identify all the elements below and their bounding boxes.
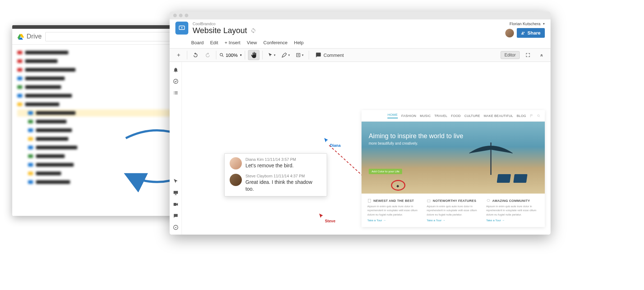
annotation-circle [391,180,405,191]
draw-tool-button[interactable]: ▾ [279,50,292,60]
user-avatar[interactable] [505,29,514,37]
chevrons-icon [539,53,544,58]
app-header: CoolBrandco Website Layout Florian Kutsc… [170,19,551,38]
app-window: CoolBrandco Website Layout Florian Kutsc… [170,12,551,235]
bubble-icon [486,199,491,203]
svg-point-17 [487,199,490,201]
mock-features: NEWEST AND THE BEST Aipsum in enim quis … [362,194,545,227]
umbrella-graphic [462,139,520,178]
canvas[interactable]: Diana Diana Kim 11/11/14 3:57 PM Let's r… [182,62,551,235]
feature-link[interactable]: Take a Tour → [427,219,445,222]
toolbar: 100%▾ ▾ ▾ ▾ Comment Editor [170,48,551,62]
mock-nav: HOME FASHION MUSIC TRAVEL FOOD CULTURE M… [362,110,545,122]
fullscreen-icon [525,53,530,58]
comment-item: Diana Kim 11/11/14 3:57 PM Let's remove … [230,157,322,169]
menu-view[interactable]: View [247,40,257,45]
menu-conference[interactable]: Conference [263,40,288,45]
feature-col: NOTEWORTHY FEATURES Aipsum in enim quis … [427,199,479,222]
video-icon[interactable] [173,201,179,207]
svg-rect-15 [368,199,371,203]
bell-icon[interactable] [173,67,179,73]
mac-titlebar [170,12,551,19]
svg-point-7 [174,79,178,83]
chat-icon[interactable] [173,213,179,219]
minimize-dot[interactable] [179,14,183,17]
redo-button[interactable] [202,50,213,60]
sync-status-icon [250,28,256,33]
undo-button[interactable] [190,50,201,60]
feature-col: NEWEST AND THE BEST Aipsum in enim quis … [367,199,420,222]
comment-button[interactable]: Comment [312,50,347,60]
close-dot[interactable] [173,14,177,17]
undo-icon [193,52,198,58]
menubar: Board Edit + Insert View Conference Help [170,38,551,48]
search-icon [537,114,540,118]
drive-title: Drive [27,33,42,40]
mock-website-artboard[interactable]: HOME FASHION MUSIC TRAVEL FOOD CULTURE M… [362,110,545,227]
drive-icon [17,33,24,40]
present-icon[interactable] [173,190,179,196]
mock-nav-item[interactable]: BLOG [517,114,526,118]
redo-icon [205,52,211,58]
menu-help[interactable]: Help [294,40,304,45]
flag-icon [530,114,533,118]
pan-tool-button[interactable] [248,50,259,60]
app-titles: CoolBrandco Website Layout [193,22,505,35]
add-button[interactable] [173,50,184,60]
mock-nav-item[interactable]: CULTURE [464,114,480,118]
check-circle-icon[interactable] [173,78,179,84]
mock-nav-item[interactable]: FOOD [451,114,461,118]
share-button[interactable]: Share [517,28,545,38]
hero-cta[interactable]: Add Color to your Life [369,169,402,174]
commenter-avatar [230,157,242,169]
left-rail [170,62,182,235]
comment-text: Great idea. I think the shadow too. [245,179,322,192]
mode-badge[interactable]: Editor [501,51,520,59]
collapse-button[interactable] [536,50,547,60]
drive-header: Drive [12,29,178,45]
compass-icon[interactable] [173,225,179,230]
note-tool-button[interactable]: ▾ [294,50,306,60]
svg-point-12 [538,114,539,116]
mock-nav-item[interactable]: MUSIC [420,114,431,118]
feature-link[interactable]: Take a Tour → [367,219,386,222]
list-icon[interactable] [173,90,179,96]
user-menu[interactable]: Florian Kutschera▾ [510,22,545,26]
pen-icon [281,52,287,58]
cursor-rail-icon[interactable] [173,178,179,184]
svg-rect-8 [174,191,178,194]
beach-chairs-graphic [497,174,527,183]
zoom-control[interactable]: 100%▾ [219,53,242,58]
svg-rect-9 [174,203,176,206]
plus-icon [176,53,181,58]
menu-board[interactable]: Board [191,40,204,45]
zoom-icon [219,53,224,58]
fullscreen-button[interactable] [523,50,533,60]
hand-icon [250,52,257,58]
comment-meta: Steve Clayborn 11/11/14 4:37 PM [245,174,322,178]
doc-title-text[interactable]: Website Layout [193,26,247,35]
app-logo-icon [178,24,185,32]
doc-icon [367,199,372,203]
svg-point-1 [181,27,182,28]
mock-nav-item[interactable]: FASHION [401,114,417,118]
mock-nav-item[interactable]: TRAVEL [434,114,447,118]
pointer-tool-button[interactable]: ▾ [266,50,278,60]
svg-rect-16 [427,200,430,202]
mock-nav-item[interactable]: MAKE BEAUTIFUL [484,114,513,118]
app-logo [175,22,188,35]
zoom-dot[interactable] [185,14,188,17]
workspace: Diana Diana Kim 11/11/14 3:57 PM Let's r… [170,62,551,235]
comment-item: Steve Clayborn 11/11/14 4:37 PM Great id… [230,174,322,192]
comment-thread[interactable]: Diana Kim 11/11/14 3:57 PM Let's remove … [224,153,327,196]
svg-point-2 [220,53,222,56]
collaborator-cursor-steve: Steve [318,213,335,223]
commenter-avatar [230,174,242,186]
menu-edit[interactable]: Edit [210,40,218,45]
feature-link[interactable]: Take a Tour → [486,219,505,222]
menu-insert[interactable]: + Insert [225,40,240,45]
drive-search-input[interactable] [45,32,172,41]
mock-nav-item[interactable]: HOME [387,113,397,118]
mock-hero: Aiming to inspire the world to live more… [362,122,545,194]
comment-text: Let's remove the bird. [245,162,322,169]
